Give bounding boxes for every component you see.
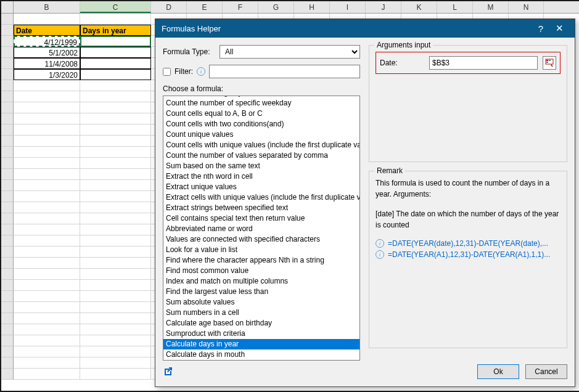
column-header-M[interactable]: M [473, 1, 509, 13]
cell-B11[interactable] [14, 125, 80, 136]
cell-B17[interactable] [14, 191, 80, 202]
cell-C22[interactable] [80, 247, 151, 258]
row-header[interactable] [1, 47, 14, 58]
formula-list[interactable]: Convert date to quarterCount the number … [163, 96, 360, 361]
row-header[interactable] [1, 202, 14, 213]
formula-item[interactable]: Sum based on the same text [163, 161, 359, 171]
formula-item[interactable]: Calculate age based on birthday [163, 318, 359, 329]
row-header[interactable] [1, 357, 14, 369]
formula-item[interactable]: Calculate days in year [163, 339, 359, 349]
cell-C21[interactable] [80, 235, 151, 247]
cell-C31[interactable] [80, 346, 151, 357]
cell-B15[interactable] [14, 169, 80, 180]
row-header[interactable] [1, 269, 14, 280]
cell-B32[interactable] [14, 357, 80, 369]
cell-C7[interactable] [80, 80, 151, 91]
formula-item[interactable]: Sumproduct with criteria [163, 329, 359, 339]
row-header[interactable] [1, 25, 14, 36]
range-picker-button[interactable] [543, 56, 556, 70]
cell-C13[interactable] [80, 147, 151, 158]
column-header-N[interactable]: N [509, 1, 544, 13]
cell-B21[interactable] [14, 235, 80, 247]
formula-item[interactable]: Count cells with unique values (include … [163, 140, 359, 150]
row-header[interactable] [1, 235, 14, 247]
cell-C15[interactable] [80, 169, 151, 180]
cell-B18[interactable] [14, 202, 80, 213]
cell-B7[interactable] [14, 80, 80, 91]
row-header[interactable] [1, 158, 14, 169]
cell-B22[interactable] [14, 247, 80, 258]
cell-C20[interactable] [80, 224, 151, 235]
cell-B31[interactable] [14, 346, 80, 357]
formula-item[interactable]: Values are connected with specified char… [163, 234, 359, 245]
cell-C29[interactable] [80, 324, 151, 335]
formula-item[interactable]: Look for a value in list [163, 245, 359, 255]
column-header-C[interactable]: C [80, 1, 151, 13]
cell-B33[interactable] [14, 369, 80, 380]
formula-item[interactable]: Find where the character appears Nth in … [163, 255, 359, 266]
formula-item[interactable]: Extract cells with unique values (includ… [163, 192, 359, 203]
row-header[interactable] [1, 169, 14, 180]
row-header[interactable] [1, 36, 14, 47]
cell-B4[interactable]: 5/1/2002 [14, 47, 80, 58]
column-header-J[interactable]: J [366, 1, 401, 13]
cell-B12[interactable] [14, 136, 80, 147]
row-header[interactable] [1, 346, 14, 357]
info-icon[interactable]: i [197, 67, 205, 76]
formula-item[interactable]: Extract strings between specified text [163, 203, 359, 213]
row-header[interactable] [1, 136, 14, 147]
cell-B16[interactable] [14, 180, 80, 191]
formula-item[interactable]: Abbreviated name or word [163, 224, 359, 234]
row-header[interactable] [1, 125, 14, 136]
formula-item[interactable]: Find most common value [163, 266, 359, 276]
cell-B3[interactable]: 4/12/1999 [14, 36, 80, 47]
row-header[interactable] [1, 191, 14, 202]
column-header-E[interactable]: E [187, 1, 223, 13]
row-header[interactable] [1, 313, 14, 324]
row-header[interactable] [1, 247, 14, 258]
formula-item[interactable]: Find the largest value less than [163, 287, 359, 297]
row-header[interactable] [1, 58, 14, 69]
row-header[interactable] [1, 102, 14, 113]
cell-C27[interactable] [80, 302, 151, 313]
row-header[interactable] [1, 369, 14, 380]
cell-B29[interactable] [14, 324, 80, 335]
formula-item[interactable]: Count the number of specific weekday [163, 98, 359, 108]
close-icon[interactable]: ✕ [550, 23, 569, 34]
formula-item[interactable]: Extract the nth word in cell [163, 171, 359, 182]
row-header[interactable] [1, 113, 14, 125]
formula-item[interactable]: Count the number of values separated by … [163, 150, 359, 161]
cell-C16[interactable] [80, 180, 151, 191]
cell-C33[interactable] [80, 369, 151, 380]
formula-item[interactable]: Index and match on multiple columns [163, 276, 359, 287]
cell-C1[interactable] [80, 14, 151, 25]
row-header[interactable] [1, 14, 14, 25]
cell-B8[interactable] [14, 91, 80, 102]
row-header[interactable] [1, 80, 14, 91]
cancel-button[interactable]: Cancel [525, 364, 567, 379]
cell-C28[interactable] [80, 313, 151, 324]
arg-date-input[interactable] [429, 56, 538, 70]
cell-C12[interactable] [80, 136, 151, 147]
cell-C3[interactable] [80, 36, 151, 47]
filter-checkbox[interactable] [163, 68, 171, 76]
formula-item[interactable]: Count unique values [163, 129, 359, 140]
dialog-titlebar[interactable]: Formulas Helper ? ✕ [155, 19, 575, 38]
cell-B23[interactable] [14, 258, 80, 269]
cell-B9[interactable] [14, 102, 80, 113]
row-header[interactable] [1, 147, 14, 158]
cell-C11[interactable] [80, 125, 151, 136]
cell-C10[interactable] [80, 113, 151, 125]
cell-B20[interactable] [14, 224, 80, 235]
cell-B10[interactable] [14, 113, 80, 125]
cell-B27[interactable] [14, 302, 80, 313]
cell-C32[interactable] [80, 357, 151, 369]
row-header[interactable] [1, 280, 14, 291]
cell-C17[interactable] [80, 191, 151, 202]
formula-type-select[interactable]: All [220, 45, 360, 59]
cell-C19[interactable] [80, 213, 151, 224]
formula-item[interactable]: Calculate days in mouth [163, 349, 359, 360]
column-header-K[interactable]: K [401, 1, 437, 13]
row-header[interactable] [1, 291, 14, 302]
cell-C2[interactable]: Days in year [80, 25, 151, 36]
